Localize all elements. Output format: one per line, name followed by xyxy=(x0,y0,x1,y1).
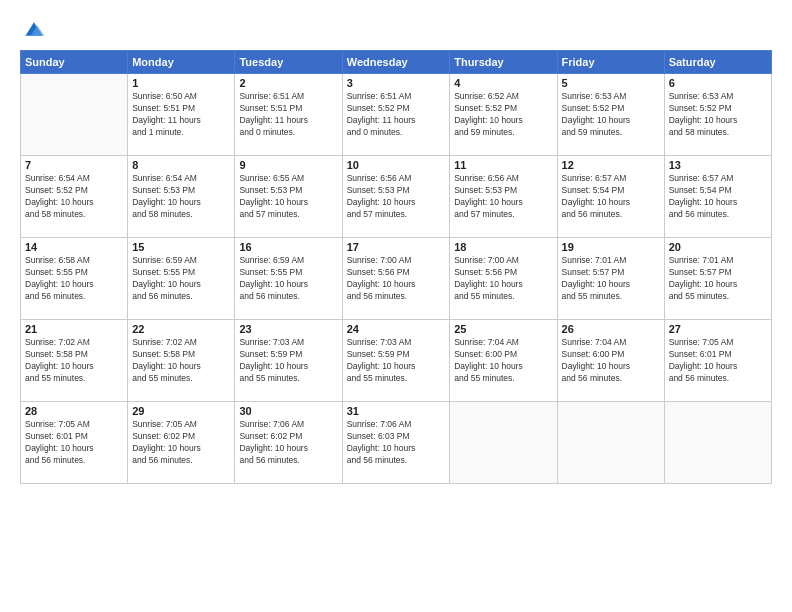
day-info: Sunrise: 6:56 AM Sunset: 5:53 PM Dayligh… xyxy=(454,173,552,221)
week-row-5: 28Sunrise: 7:05 AM Sunset: 6:01 PM Dayli… xyxy=(21,402,772,484)
calendar-cell: 11Sunrise: 6:56 AM Sunset: 5:53 PM Dayli… xyxy=(450,156,557,238)
weekday-saturday: Saturday xyxy=(664,51,771,74)
day-info: Sunrise: 7:01 AM Sunset: 5:57 PM Dayligh… xyxy=(562,255,660,303)
day-number: 24 xyxy=(347,323,445,335)
day-info: Sunrise: 6:57 AM Sunset: 5:54 PM Dayligh… xyxy=(562,173,660,221)
calendar-cell: 31Sunrise: 7:06 AM Sunset: 6:03 PM Dayli… xyxy=(342,402,449,484)
week-row-1: 1Sunrise: 6:50 AM Sunset: 5:51 PM Daylig… xyxy=(21,74,772,156)
day-number: 13 xyxy=(669,159,767,171)
calendar-cell: 7Sunrise: 6:54 AM Sunset: 5:52 PM Daylig… xyxy=(21,156,128,238)
day-number: 6 xyxy=(669,77,767,89)
day-info: Sunrise: 7:03 AM Sunset: 5:59 PM Dayligh… xyxy=(347,337,445,385)
day-info: Sunrise: 7:00 AM Sunset: 5:56 PM Dayligh… xyxy=(454,255,552,303)
calendar-cell: 15Sunrise: 6:59 AM Sunset: 5:55 PM Dayli… xyxy=(128,238,235,320)
week-row-3: 14Sunrise: 6:58 AM Sunset: 5:55 PM Dayli… xyxy=(21,238,772,320)
calendar-cell: 2Sunrise: 6:51 AM Sunset: 5:51 PM Daylig… xyxy=(235,74,342,156)
day-info: Sunrise: 6:54 AM Sunset: 5:53 PM Dayligh… xyxy=(132,173,230,221)
day-number: 20 xyxy=(669,241,767,253)
day-info: Sunrise: 7:04 AM Sunset: 6:00 PM Dayligh… xyxy=(454,337,552,385)
day-number: 5 xyxy=(562,77,660,89)
calendar-cell: 3Sunrise: 6:51 AM Sunset: 5:52 PM Daylig… xyxy=(342,74,449,156)
day-number: 9 xyxy=(239,159,337,171)
calendar-cell: 26Sunrise: 7:04 AM Sunset: 6:00 PM Dayli… xyxy=(557,320,664,402)
calendar-cell: 14Sunrise: 6:58 AM Sunset: 5:55 PM Dayli… xyxy=(21,238,128,320)
day-info: Sunrise: 6:57 AM Sunset: 5:54 PM Dayligh… xyxy=(669,173,767,221)
day-number: 3 xyxy=(347,77,445,89)
day-number: 27 xyxy=(669,323,767,335)
day-number: 1 xyxy=(132,77,230,89)
day-number: 8 xyxy=(132,159,230,171)
calendar-cell: 25Sunrise: 7:04 AM Sunset: 6:00 PM Dayli… xyxy=(450,320,557,402)
weekday-wednesday: Wednesday xyxy=(342,51,449,74)
calendar-cell: 28Sunrise: 7:05 AM Sunset: 6:01 PM Dayli… xyxy=(21,402,128,484)
day-number: 14 xyxy=(25,241,123,253)
day-number: 2 xyxy=(239,77,337,89)
calendar-cell: 16Sunrise: 6:59 AM Sunset: 5:55 PM Dayli… xyxy=(235,238,342,320)
calendar-table: SundayMondayTuesdayWednesdayThursdayFrid… xyxy=(20,50,772,484)
page: SundayMondayTuesdayWednesdayThursdayFrid… xyxy=(0,0,792,612)
calendar-cell: 22Sunrise: 7:02 AM Sunset: 5:58 PM Dayli… xyxy=(128,320,235,402)
calendar-cell: 19Sunrise: 7:01 AM Sunset: 5:57 PM Dayli… xyxy=(557,238,664,320)
calendar-cell: 29Sunrise: 7:05 AM Sunset: 6:02 PM Dayli… xyxy=(128,402,235,484)
day-number: 28 xyxy=(25,405,123,417)
calendar-cell: 10Sunrise: 6:56 AM Sunset: 5:53 PM Dayli… xyxy=(342,156,449,238)
calendar-cell: 20Sunrise: 7:01 AM Sunset: 5:57 PM Dayli… xyxy=(664,238,771,320)
day-info: Sunrise: 7:03 AM Sunset: 5:59 PM Dayligh… xyxy=(239,337,337,385)
day-info: Sunrise: 6:55 AM Sunset: 5:53 PM Dayligh… xyxy=(239,173,337,221)
day-number: 26 xyxy=(562,323,660,335)
calendar-cell: 18Sunrise: 7:00 AM Sunset: 5:56 PM Dayli… xyxy=(450,238,557,320)
day-number: 16 xyxy=(239,241,337,253)
day-number: 30 xyxy=(239,405,337,417)
weekday-tuesday: Tuesday xyxy=(235,51,342,74)
weekday-thursday: Thursday xyxy=(450,51,557,74)
day-info: Sunrise: 7:05 AM Sunset: 6:01 PM Dayligh… xyxy=(669,337,767,385)
day-number: 17 xyxy=(347,241,445,253)
calendar-cell: 1Sunrise: 6:50 AM Sunset: 5:51 PM Daylig… xyxy=(128,74,235,156)
calendar-cell: 6Sunrise: 6:53 AM Sunset: 5:52 PM Daylig… xyxy=(664,74,771,156)
day-number: 11 xyxy=(454,159,552,171)
day-info: Sunrise: 6:51 AM Sunset: 5:51 PM Dayligh… xyxy=(239,91,337,139)
day-number: 22 xyxy=(132,323,230,335)
calendar-cell: 24Sunrise: 7:03 AM Sunset: 5:59 PM Dayli… xyxy=(342,320,449,402)
day-number: 31 xyxy=(347,405,445,417)
day-number: 18 xyxy=(454,241,552,253)
calendar-cell: 5Sunrise: 6:53 AM Sunset: 5:52 PM Daylig… xyxy=(557,74,664,156)
day-info: Sunrise: 7:05 AM Sunset: 6:01 PM Dayligh… xyxy=(25,419,123,467)
week-row-4: 21Sunrise: 7:02 AM Sunset: 5:58 PM Dayli… xyxy=(21,320,772,402)
calendar-cell xyxy=(557,402,664,484)
day-info: Sunrise: 6:53 AM Sunset: 5:52 PM Dayligh… xyxy=(669,91,767,139)
day-number: 4 xyxy=(454,77,552,89)
day-info: Sunrise: 6:54 AM Sunset: 5:52 PM Dayligh… xyxy=(25,173,123,221)
day-number: 29 xyxy=(132,405,230,417)
weekday-friday: Friday xyxy=(557,51,664,74)
day-number: 25 xyxy=(454,323,552,335)
day-info: Sunrise: 7:04 AM Sunset: 6:00 PM Dayligh… xyxy=(562,337,660,385)
day-info: Sunrise: 7:00 AM Sunset: 5:56 PM Dayligh… xyxy=(347,255,445,303)
calendar-cell: 21Sunrise: 7:02 AM Sunset: 5:58 PM Dayli… xyxy=(21,320,128,402)
day-number: 10 xyxy=(347,159,445,171)
day-info: Sunrise: 6:59 AM Sunset: 5:55 PM Dayligh… xyxy=(132,255,230,303)
calendar-cell: 8Sunrise: 6:54 AM Sunset: 5:53 PM Daylig… xyxy=(128,156,235,238)
day-info: Sunrise: 6:56 AM Sunset: 5:53 PM Dayligh… xyxy=(347,173,445,221)
calendar-cell: 13Sunrise: 6:57 AM Sunset: 5:54 PM Dayli… xyxy=(664,156,771,238)
weekday-monday: Monday xyxy=(128,51,235,74)
day-info: Sunrise: 6:51 AM Sunset: 5:52 PM Dayligh… xyxy=(347,91,445,139)
calendar-cell: 17Sunrise: 7:00 AM Sunset: 5:56 PM Dayli… xyxy=(342,238,449,320)
day-info: Sunrise: 6:53 AM Sunset: 5:52 PM Dayligh… xyxy=(562,91,660,139)
calendar-cell xyxy=(664,402,771,484)
calendar-cell: 9Sunrise: 6:55 AM Sunset: 5:53 PM Daylig… xyxy=(235,156,342,238)
day-number: 7 xyxy=(25,159,123,171)
day-number: 21 xyxy=(25,323,123,335)
calendar-cell: 12Sunrise: 6:57 AM Sunset: 5:54 PM Dayli… xyxy=(557,156,664,238)
calendar-cell xyxy=(450,402,557,484)
day-info: Sunrise: 6:59 AM Sunset: 5:55 PM Dayligh… xyxy=(239,255,337,303)
day-number: 23 xyxy=(239,323,337,335)
day-info: Sunrise: 6:58 AM Sunset: 5:55 PM Dayligh… xyxy=(25,255,123,303)
week-row-2: 7Sunrise: 6:54 AM Sunset: 5:52 PM Daylig… xyxy=(21,156,772,238)
day-number: 12 xyxy=(562,159,660,171)
weekday-header-row: SundayMondayTuesdayWednesdayThursdayFrid… xyxy=(21,51,772,74)
day-number: 15 xyxy=(132,241,230,253)
header xyxy=(20,18,772,40)
day-info: Sunrise: 7:06 AM Sunset: 6:02 PM Dayligh… xyxy=(239,419,337,467)
weekday-sunday: Sunday xyxy=(21,51,128,74)
